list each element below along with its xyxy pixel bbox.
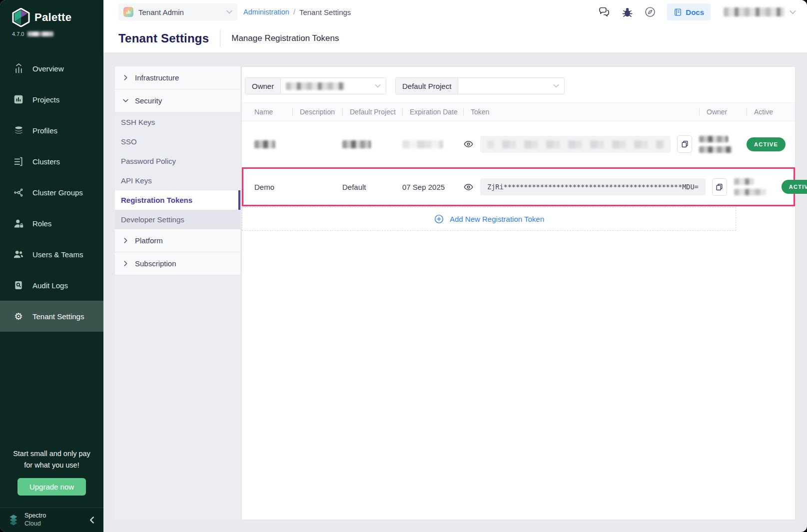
app-logo: Palette <box>0 0 103 30</box>
sidebar-item-label: Overview <box>32 64 64 73</box>
settings-group-label: Subscription <box>135 259 176 268</box>
registration-tokens-card: Owner Default Project <box>241 66 796 520</box>
spectro-cloud-brand: Spectro Cloud <box>24 512 46 528</box>
column-header-token[interactable]: Token <box>463 103 699 121</box>
content-area: Infrastructure Security SSH Keys SSO Pas… <box>103 52 807 532</box>
sidebar-item-label: Clusters <box>32 157 60 166</box>
settings-group-infrastructure[interactable]: Infrastructure <box>115 66 240 89</box>
chevron-right-icon <box>123 238 128 243</box>
cell-owner <box>734 178 782 195</box>
title-divider <box>220 30 220 47</box>
default-project-filter-value[interactable] <box>458 78 564 94</box>
cell-default-project <box>342 140 402 148</box>
cell-name <box>254 140 292 148</box>
settings-group-subscription[interactable]: Subscription <box>115 252 240 275</box>
column-header-name[interactable]: Name <box>254 103 292 121</box>
settings-group-security[interactable]: Security <box>115 89 240 112</box>
cell-name: Demo <box>254 183 292 191</box>
upgrade-now-button[interactable]: Upgrade now <box>17 478 86 496</box>
chevron-down-icon <box>553 83 559 89</box>
page-title: Tenant Settings <box>118 31 209 45</box>
brand-line-2: Cloud <box>24 520 46 528</box>
add-registration-token-label: Add New Registration Token <box>450 215 544 223</box>
token-value-redacted <box>480 136 671 153</box>
sidebar-item-label: Profiles <box>32 126 57 135</box>
table-row[interactable]: ACTIVE <box>242 121 795 167</box>
palette-logo-icon <box>12 8 30 27</box>
main-sidebar: Palette 4.7.0 Overview Projects <box>0 0 103 532</box>
version-row: 4.7.0 <box>0 30 103 42</box>
settings-group-platform[interactable]: Platform <box>115 229 240 252</box>
settings-item-api-keys[interactable]: API Keys <box>115 171 240 190</box>
status-badge: ACTIVE <box>747 137 786 151</box>
sidebar-item-cluster-groups[interactable]: Cluster Groups <box>0 177 103 208</box>
page-header: Tenant Settings Manage Registration Toke… <box>103 24 807 52</box>
show-token-icon[interactable] <box>463 139 474 149</box>
bug-report-icon[interactable] <box>621 6 633 18</box>
settings-item-sso[interactable]: SSO <box>115 132 240 151</box>
chevron-down-icon <box>226 9 232 15</box>
projects-icon <box>13 94 24 105</box>
copy-token-button[interactable] <box>712 178 727 196</box>
column-header-expiration-date[interactable]: Expiration Date <box>402 103 463 121</box>
table-row-highlighted[interactable]: Demo Default 07 Sep 2025 ZjRi***********… <box>242 167 795 206</box>
sidebar-item-profiles[interactable]: Profiles <box>0 115 103 146</box>
promo-line-2: for what you use! <box>8 460 95 471</box>
cell-token: ZjRi************************************… <box>463 178 734 196</box>
chevron-right-icon <box>123 261 128 266</box>
sidebar-item-roles[interactable]: Roles <box>0 208 103 239</box>
column-header-owner[interactable]: Owner <box>699 103 747 121</box>
sidebar-footer: Spectro Cloud <box>0 508 103 532</box>
chat-icon[interactable] <box>598 6 610 18</box>
breadcrumb: Administration / Tenant Settings <box>243 8 351 16</box>
main-area: Tenant Admin Administration / Tenant Set… <box>103 0 807 532</box>
default-project-filter-label: Default Project <box>396 78 458 94</box>
column-header-active[interactable]: Active <box>747 103 795 121</box>
sidebar-item-clusters[interactable]: Clusters <box>0 146 103 177</box>
plus-circle-icon <box>434 214 444 224</box>
settings-item-registration-tokens[interactable]: Registration Tokens <box>115 190 240 210</box>
user-menu[interactable] <box>724 7 796 16</box>
collapse-sidebar-button[interactable] <box>88 517 95 524</box>
owner-filter-value[interactable] <box>281 78 386 94</box>
sidebar-item-label: Audit Logs <box>32 281 68 290</box>
owner-filter-label: Owner <box>245 78 281 94</box>
filters-row: Owner Default Project <box>242 67 795 102</box>
owner-filter[interactable]: Owner <box>245 77 386 94</box>
tenant-admin-icon <box>123 7 133 17</box>
spectro-cloud-logo-icon <box>7 514 20 527</box>
settings-panel-spacer <box>115 275 240 520</box>
column-header-description[interactable]: Description <box>292 103 342 121</box>
show-token-icon[interactable] <box>463 182 474 192</box>
page-subtitle: Manage Registration Tokens <box>231 33 339 43</box>
chevron-down-icon <box>790 9 796 15</box>
add-registration-token-button[interactable]: Add New Registration Token <box>242 207 736 231</box>
table-header: Name Description Default Project Expirat… <box>242 102 795 121</box>
sidebar-item-tenant-settings[interactable]: ⚙ Tenant Settings <box>0 301 103 332</box>
compass-icon[interactable] <box>644 6 656 18</box>
top-bar-row-1: Tenant Admin Administration / Tenant Set… <box>103 0 807 24</box>
sidebar-item-projects[interactable]: Projects <box>0 84 103 115</box>
cell-expiration-date: 07 Sep 2025 <box>402 183 463 191</box>
sidebar-item-users-teams[interactable]: Users & Teams <box>0 239 103 270</box>
sidebar-item-label: Roles <box>32 219 51 228</box>
sidebar-item-overview[interactable]: Overview <box>0 53 103 84</box>
cell-expiration-date <box>402 140 463 148</box>
default-project-filter[interactable]: Default Project <box>395 77 565 94</box>
sidebar-item-audit-logs[interactable]: Audit Logs <box>0 270 103 301</box>
breadcrumb-administration[interactable]: Administration <box>243 8 289 16</box>
settings-item-password-policy[interactable]: Password Policy <box>115 151 240 171</box>
column-header-default-project[interactable]: Default Project <box>342 103 402 121</box>
docs-button[interactable]: Docs <box>667 3 711 20</box>
scope-selector[interactable]: Tenant Admin <box>118 3 237 20</box>
profiles-icon <box>13 125 24 136</box>
settings-item-ssh-keys[interactable]: SSH Keys <box>115 112 240 132</box>
settings-nav-panel: Infrastructure Security SSH Keys SSO Pas… <box>115 66 240 520</box>
copy-token-button[interactable] <box>677 135 692 153</box>
settings-group-label: Platform <box>135 236 163 245</box>
roles-icon <box>13 218 24 229</box>
card-empty-space <box>242 231 795 520</box>
sidebar-nav: Overview Projects Profiles Clusters <box>0 53 103 332</box>
redacted-build-number <box>27 31 53 36</box>
settings-item-developer-settings[interactable]: Developer Settings <box>115 210 240 229</box>
